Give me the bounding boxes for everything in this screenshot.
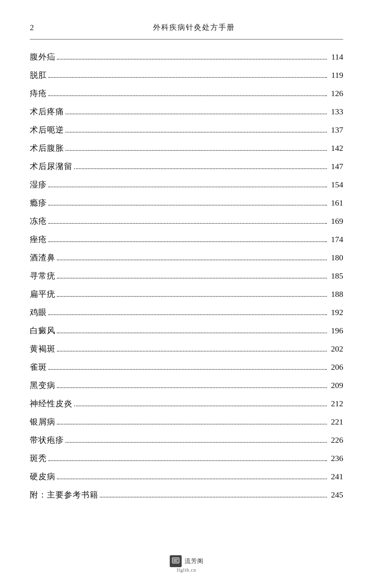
toc-term: 痔疮	[30, 87, 47, 99]
toc-term: 白癜风	[30, 324, 55, 337]
toc-term: 术后尿潴留	[30, 160, 73, 172]
toc-dots	[100, 497, 327, 498]
book-title: 外科疾病针灸处方手册	[45, 22, 343, 32]
toc-item: 寻常疣185	[30, 270, 343, 282]
toc-item: 附：主要参考书籍245	[30, 489, 343, 501]
page-header: 2 外科疾病针灸处方手册	[30, 22, 343, 36]
toc-item: 湿疹154	[30, 178, 343, 191]
toc-dots	[74, 406, 327, 406]
toc-item: 术后疼痛133	[30, 105, 343, 118]
toc-item: 白癜风196	[30, 324, 343, 337]
toc-dots	[48, 460, 327, 461]
toc-dots	[48, 314, 327, 315]
toc-item: 黄褐斑202	[30, 343, 343, 355]
toc-item: 痤疮174	[30, 233, 343, 245]
toc-dots	[48, 187, 327, 187]
toc-page-number: 188	[328, 288, 343, 300]
toc-dots	[74, 168, 327, 169]
page-footer: 流芳阁 lfglib.cn	[0, 555, 373, 573]
toc-item: 痔疮126	[30, 87, 343, 99]
book-page: 2 外科疾病针灸处方手册 腹外疝114脱肛119痔疮126术后疼痛133术后呃逆…	[0, 0, 373, 588]
toc-page-number: 169	[328, 215, 343, 227]
toc-page-number: 192	[328, 306, 343, 318]
toc-item: 冻疮169	[30, 215, 343, 227]
toc-dots	[66, 114, 327, 114]
toc-page-number: 202	[328, 343, 343, 355]
toc-dots	[57, 333, 327, 333]
toc-page-number: 119	[328, 69, 343, 81]
toc-page-number: 212	[328, 397, 343, 410]
toc-page-number: 226	[328, 434, 343, 446]
toc-page-number: 137	[328, 124, 343, 136]
toc-item: 扁平疣188	[30, 288, 343, 300]
toc-page-number: 142	[328, 142, 343, 154]
toc-term: 附：主要参考书籍	[30, 489, 98, 501]
site-url: lfglib.cn	[177, 567, 197, 573]
toc-term: 脱肛	[30, 69, 47, 81]
toc-term: 酒渣鼻	[30, 251, 55, 264]
toc-page-number: 147	[328, 160, 343, 172]
toc-item: 带状疱疹226	[30, 434, 343, 446]
table-of-contents: 腹外疝114脱肛119痔疮126术后疼痛133术后呃逆137术后腹胀142术后尿…	[30, 51, 343, 501]
site-name: 流芳阁	[185, 557, 204, 565]
toc-page-number: 209	[328, 379, 343, 391]
toc-dots	[57, 424, 327, 425]
toc-dots	[57, 278, 327, 279]
toc-dots	[66, 150, 327, 151]
toc-dots	[57, 351, 327, 352]
footer-logo: 流芳阁	[170, 555, 204, 567]
toc-page-number: 206	[328, 361, 343, 373]
toc-term: 鸡眼	[30, 306, 47, 318]
toc-page-number: 154	[328, 178, 343, 191]
toc-item: 术后腹胀142	[30, 142, 343, 154]
toc-term: 术后呃逆	[30, 124, 64, 136]
toc-item: 瘾疹161	[30, 197, 343, 209]
toc-dots	[48, 77, 327, 78]
toc-item: 雀斑206	[30, 361, 343, 373]
toc-item: 术后呃逆137	[30, 124, 343, 136]
toc-page-number: 114	[328, 51, 343, 63]
toc-term: 冻疮	[30, 215, 47, 227]
toc-term: 雀斑	[30, 361, 47, 373]
page-number: 2	[30, 23, 45, 32]
toc-term: 神经性皮炎	[30, 397, 73, 410]
toc-dots	[66, 132, 327, 133]
toc-dots	[57, 387, 327, 388]
header-divider	[30, 39, 343, 39]
toc-term: 术后腹胀	[30, 142, 64, 154]
toc-item: 鸡眼192	[30, 306, 343, 318]
toc-term: 硬皮病	[30, 470, 55, 483]
toc-term: 湿疹	[30, 178, 47, 191]
toc-term: 黄褐斑	[30, 343, 55, 355]
logo-icon	[170, 555, 182, 567]
toc-term: 斑秃	[30, 452, 47, 464]
toc-dots	[48, 205, 327, 206]
toc-dots	[48, 95, 327, 96]
toc-item: 脱肛119	[30, 69, 343, 81]
toc-item: 斑秃236	[30, 452, 343, 464]
toc-dots	[66, 442, 327, 443]
toc-page-number: 185	[328, 270, 343, 282]
toc-term: 痤疮	[30, 233, 47, 245]
toc-page-number: 245	[328, 489, 343, 501]
toc-term: 银屑病	[30, 416, 55, 428]
toc-term: 腹外疝	[30, 51, 55, 63]
toc-page-number: 196	[328, 324, 343, 337]
toc-term: 瘾疹	[30, 197, 47, 209]
toc-dots	[48, 241, 327, 242]
toc-page-number: 126	[328, 87, 343, 99]
toc-page-number: 241	[328, 470, 343, 483]
toc-item: 硬皮病241	[30, 470, 343, 483]
toc-term: 扁平疣	[30, 288, 55, 300]
toc-dots	[57, 479, 327, 479]
toc-item: 神经性皮炎212	[30, 397, 343, 410]
toc-item: 腹外疝114	[30, 51, 343, 63]
toc-dots	[57, 296, 327, 297]
toc-term: 术后疼痛	[30, 105, 64, 118]
toc-page-number: 180	[328, 251, 343, 264]
toc-dots	[57, 59, 327, 60]
toc-dots	[57, 260, 327, 260]
toc-dots	[48, 369, 327, 370]
toc-item: 酒渣鼻180	[30, 251, 343, 264]
toc-item: 术后尿潴留147	[30, 160, 343, 172]
